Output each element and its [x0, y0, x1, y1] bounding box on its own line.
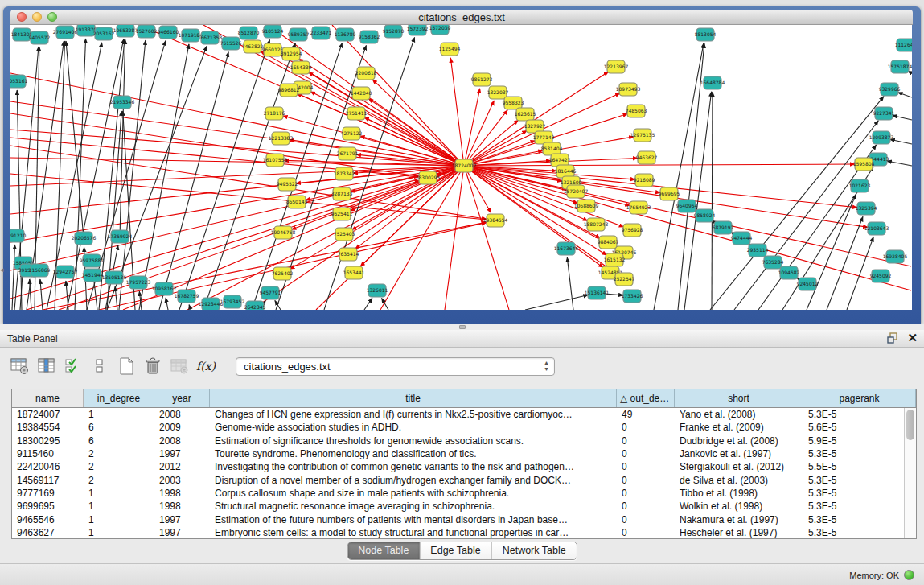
- network-node[interactable]: 7485063: [626, 105, 647, 117]
- network-node[interactable]: 9699695: [659, 187, 680, 200]
- network-node[interactable]: 1112644: [895, 39, 912, 51]
- network-node[interactable]: 9105124: [262, 25, 284, 38]
- network-node[interactable]: 7525403: [334, 228, 355, 241]
- tab-node-table[interactable]: Node Table: [347, 542, 419, 559]
- show-columns-icon[interactable]: [36, 356, 57, 376]
- network-node[interactable]: 9405572: [29, 31, 51, 44]
- network-node[interactable]: 10688609: [574, 200, 599, 212]
- network-node[interactable]: 1595808: [853, 158, 875, 171]
- network-node[interactable]: 7635284: [762, 256, 784, 269]
- network-node[interactable]: 9495522: [277, 178, 298, 191]
- network-node[interactable]: 9245092: [870, 270, 892, 282]
- table-source-dropdown[interactable]: citations_edges.txt ▲▼: [236, 357, 555, 376]
- network-window[interactable]: citations_edges.txt 18724007184130594055…: [3, 6, 921, 324]
- close-window-button[interactable]: [17, 12, 27, 22]
- network-node[interactable]: 16793452: [220, 295, 245, 308]
- network-node[interactable]: 9152870: [383, 25, 405, 38]
- column-header-pagerank[interactable]: pagerank: [803, 389, 916, 407]
- network-node[interactable]: 3287133: [331, 187, 353, 200]
- network-node[interactable]: 9884067: [598, 236, 619, 249]
- table-row[interactable]: 911546021997Tourette syndrome. Phenomeno…: [12, 447, 904, 460]
- table-row[interactable]: 1872400712008Changes of HCN gene express…: [12, 408, 904, 421]
- network-node[interactable]: 1136789: [335, 28, 356, 41]
- network-node[interactable]: 7463822: [242, 40, 264, 53]
- network-node[interactable]: 15136141: [585, 286, 610, 299]
- network-node[interactable]: 15751874: [888, 60, 912, 73]
- zoom-window-button[interactable]: [47, 12, 57, 22]
- network-node[interactable]: 17359924: [108, 230, 133, 243]
- network-canvas[interactable]: 1872400718413059405572276914061913370205…: [10, 25, 912, 310]
- network-node[interactable]: 18724007: [452, 159, 477, 172]
- collapse-panel-arrow-icon[interactable]: ◂: [0, 266, 4, 274]
- network-node[interactable]: 1125494: [439, 43, 461, 56]
- scrollbar-thumb[interactable]: [906, 410, 914, 440]
- tab-edge-table[interactable]: Edge Table: [419, 542, 491, 559]
- network-node[interactable]: 1156869: [29, 264, 51, 277]
- table-row[interactable]: 2242004622012Investigating the contribut…: [12, 460, 904, 473]
- network-node[interactable]: 1615132: [604, 253, 626, 266]
- network-node[interactable]: 12975135: [630, 129, 655, 142]
- network-node[interactable]: 1873342: [334, 167, 355, 180]
- network-node[interactable]: 9158362: [359, 31, 380, 43]
- network-node[interactable]: 17654923: [626, 201, 651, 214]
- network-node[interactable]: 2053162: [93, 27, 115, 40]
- network-node[interactable]: 9463627: [636, 151, 658, 164]
- network-node[interactable]: 18807243: [584, 218, 609, 231]
- network-node[interactable]: 2642345: [244, 301, 266, 310]
- network-node[interactable]: 12103643: [864, 222, 889, 235]
- network-node[interactable]: 9474444: [731, 232, 753, 245]
- network-node[interactable]: 2671791: [337, 147, 359, 160]
- network-node[interactable]: 12093873: [869, 131, 894, 144]
- network-window-titlebar[interactable]: citations_edges.txt: [10, 10, 913, 25]
- network-node[interactable]: 2200618: [355, 67, 377, 80]
- column-header-year[interactable]: year: [154, 389, 210, 407]
- column-header-in_degree[interactable]: in_degree: [84, 389, 154, 407]
- column-header-title[interactable]: title: [210, 389, 617, 407]
- vertical-scrollbar[interactable]: [904, 408, 916, 538]
- network-node[interactable]: 20206576: [72, 232, 97, 245]
- network-node[interactable]: 9457791: [260, 286, 281, 299]
- network-node[interactable]: 9525411: [331, 208, 353, 220]
- horizontal-splitter[interactable]: [0, 324, 924, 330]
- network-node[interactable]: 1991210: [10, 229, 27, 242]
- network-node[interactable]: 19046758: [271, 226, 296, 239]
- network-node[interactable]: 10973493: [616, 83, 641, 96]
- network-node[interactable]: 9896812: [278, 84, 300, 97]
- network-node[interactable]: 1623615: [515, 108, 536, 121]
- table-row[interactable]: 1830029562008Estimation of significance …: [12, 435, 904, 447]
- network-node[interactable]: 1527602: [136, 25, 158, 38]
- minimize-window-button[interactable]: [32, 12, 42, 22]
- network-node[interactable]: 7625402: [272, 267, 294, 280]
- network-node[interactable]: 8650143: [286, 196, 308, 208]
- network-node[interactable]: 7515526: [220, 37, 242, 50]
- network-node[interactable]: 9216089: [634, 174, 655, 187]
- network-node[interactable]: 12942757: [53, 266, 78, 278]
- network-node[interactable]: 9589357: [288, 28, 310, 41]
- network-node[interactable]: 7635414: [338, 248, 359, 261]
- network-node[interactable]: 4275122: [341, 127, 363, 140]
- network-node[interactable]: 1653441: [343, 266, 365, 279]
- network-node[interactable]: 13505135: [102, 271, 127, 284]
- network-node[interactable]: 1572039: [429, 25, 451, 35]
- network-node[interactable]: 1451944: [82, 269, 104, 282]
- network-node[interactable]: 12213383: [269, 132, 294, 145]
- table-row[interactable]: 946554611997Estimation of the future num…: [12, 513, 904, 525]
- table-mode-icon[interactable]: [10, 356, 31, 376]
- network-node[interactable]: 1654339: [290, 61, 312, 74]
- network-node[interactable]: 9227341: [873, 107, 895, 120]
- new-column-icon[interactable]: [116, 356, 137, 376]
- network-graph[interactable]: 1872400718413059405572276914061913370205…: [10, 25, 912, 310]
- delete-table-icon[interactable]: [169, 356, 190, 376]
- network-node[interactable]: 1733426: [622, 290, 643, 303]
- table-row[interactable]: 1456911722003Disruption of a novel membe…: [12, 473, 904, 486]
- network-node[interactable]: 19384554: [483, 214, 508, 227]
- tab-network-table[interactable]: Network Table: [491, 542, 577, 559]
- network-node[interactable]: 9466160: [158, 26, 179, 39]
- network-node[interactable]: 16671358: [198, 31, 223, 44]
- memory-indicator[interactable]: Memory: OK: [849, 564, 914, 585]
- network-node[interactable]: 1094582: [778, 266, 800, 279]
- table-row[interactable]: 1938455462009Genome-wide association stu…: [12, 421, 904, 434]
- table-row[interactable]: 946362711997Embryonic stem cells: a mode…: [12, 526, 904, 538]
- network-node[interactable]: 16107553: [263, 154, 288, 167]
- network-node[interactable]: 9329966: [879, 83, 901, 96]
